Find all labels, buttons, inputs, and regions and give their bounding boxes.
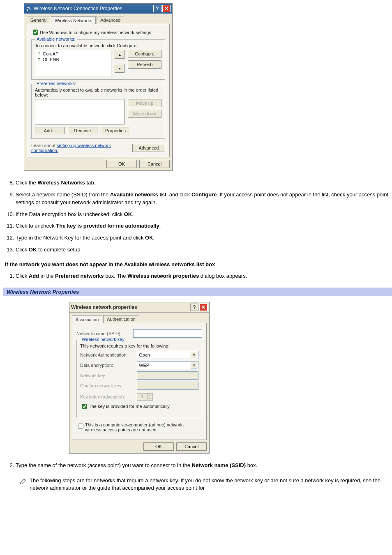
- dialog-window: Wireless Network Connection Properties ?…: [24, 3, 173, 171]
- ok-button[interactable]: OK: [106, 160, 137, 168]
- cancel-button[interactable]: Cancel: [139, 160, 170, 168]
- list-item[interactable]: CoreAP: [37, 51, 109, 57]
- antenna-icon: [37, 52, 41, 56]
- dialog-title: Wireless network properties: [71, 304, 137, 310]
- spinner-up-icon: ▴: [147, 394, 152, 397]
- use-windows-checkbox[interactable]: [33, 30, 38, 35]
- steps-list-2: Click Add in the Preferred networks box.…: [3, 272, 392, 280]
- wireless-icon: [26, 6, 32, 12]
- step-9: Select a network name (SSID) from the Av…: [16, 191, 392, 207]
- tab-advanced[interactable]: Advanced: [97, 16, 124, 24]
- learn-about: Learn about setting up wireless network …: [31, 143, 113, 153]
- net-auth-label: Network Authentication:: [80, 352, 134, 357]
- preferred-hint: Automatically connect to available netwo…: [35, 88, 161, 97]
- cancel-button[interactable]: Cancel: [176, 442, 207, 451]
- dropdown-value: WEP: [139, 363, 149, 368]
- svg-point-0: [27, 9, 28, 11]
- help-button[interactable]: ?: [153, 5, 161, 12]
- scroll-up[interactable]: ▴: [115, 50, 125, 59]
- ok-button[interactable]: OK: [143, 442, 174, 451]
- scroll-down[interactable]: ▾: [115, 64, 125, 73]
- properties-button[interactable]: Properties: [101, 127, 130, 134]
- note-block: The following steps are for networks tha…: [20, 477, 392, 493]
- available-networks-legend: Available networks:: [35, 37, 77, 41]
- tab-wireless-networks[interactable]: Wireless Networks: [51, 16, 96, 24]
- confirm-key-input: [137, 382, 198, 390]
- note-text: The following steps are for networks tha…: [30, 477, 392, 493]
- remove-button[interactable]: Remove: [68, 127, 97, 134]
- step-2: Type the name of the network (access poi…: [16, 462, 392, 470]
- tab-body: Use Windows to configure my wireless net…: [27, 24, 170, 157]
- data-enc-dropdown[interactable]: WEP ▾: [137, 361, 198, 369]
- preferred-networks-group: Preferred networks: Automatically connec…: [31, 84, 165, 139]
- available-networks-list[interactable]: CoreAP CLIENB: [35, 50, 111, 75]
- adhoc-checkbox[interactable]: [78, 424, 83, 429]
- key-index-spinner: 1 ▴▾: [137, 393, 153, 401]
- refresh-button[interactable]: Refresh: [128, 60, 161, 69]
- available-networks-group: Available networks: To connect to an ava…: [31, 39, 165, 80]
- network-key-label: Network key:: [80, 373, 134, 378]
- step-13: Click OK to complete setup.: [16, 246, 392, 254]
- steps-list-1: Click the Wireless Networks tab. Select …: [3, 179, 392, 254]
- tab-body: Network name (SSID): Wireless network ke…: [72, 323, 207, 440]
- tab-association[interactable]: Association: [72, 315, 102, 323]
- wireless-key-group: Wireless network key This network requir…: [76, 340, 202, 418]
- spinner-value: 1: [137, 394, 147, 400]
- data-enc-label: Data encryption:: [80, 363, 134, 368]
- use-windows-label: Use Windows to configure my wireless net…: [40, 30, 151, 35]
- key-auto-checkbox[interactable]: [82, 404, 87, 409]
- step-10: If the Data encryption box is unchecked,…: [16, 211, 392, 219]
- move-up-button[interactable]: Move up: [128, 99, 161, 107]
- advanced-button[interactable]: Advanced: [132, 144, 165, 152]
- key-hint: This network requires a key for the foll…: [80, 343, 198, 348]
- list-item[interactable]: CLIENB: [37, 57, 109, 62]
- close-button[interactable]: ✕: [162, 5, 171, 12]
- section-heading: If the network you want does not appear …: [5, 261, 392, 267]
- step-11: Click to uncheck The key is provided for…: [16, 222, 392, 230]
- step-8: Click the Wireless Networks tab.: [16, 179, 392, 187]
- wireless-network-properties-figure: Wireless network properties ? ✕ Associat…: [69, 302, 392, 454]
- adhoc-label: This is a computer-to-computer (ad hoc) …: [85, 422, 192, 432]
- wireless-connection-properties-figure: Wireless Network Connection Properties ?…: [24, 3, 392, 171]
- dropdown-value: Open: [139, 352, 150, 357]
- available-hint: To connect to an available network, clic…: [35, 43, 161, 48]
- move-down-button[interactable]: Move down: [128, 110, 161, 118]
- step-12: Type in the Network Key for the access p…: [16, 234, 392, 242]
- configure-button[interactable]: Configure: [128, 50, 161, 58]
- key-auto-label: The key is provided for me automatically: [89, 404, 170, 409]
- network-key-input: [137, 371, 198, 380]
- chevron-down-icon: ▾: [191, 362, 197, 368]
- net-auth-dropdown[interactable]: Open ▾: [137, 351, 198, 359]
- titlebar: Wireless network properties ? ✕: [69, 302, 209, 313]
- tab-authentication[interactable]: Authentication: [103, 315, 139, 323]
- ssid-label: Network name (SSID):: [76, 331, 130, 336]
- ssid-input[interactable]: [133, 329, 202, 338]
- dialog-window: Wireless network properties ? ✕ Associat…: [69, 302, 210, 454]
- preferred-networks-legend: Preferred networks:: [35, 81, 78, 86]
- preferred-networks-list[interactable]: [35, 99, 125, 124]
- steps-list-3: Type the name of the network (access poi…: [3, 462, 392, 470]
- tab-strip: General Wireless Networks Advanced: [27, 16, 170, 24]
- key-index-label: Key index (advanced):: [80, 394, 134, 399]
- network-name: CoreAP: [43, 51, 59, 56]
- antenna-icon: [37, 58, 41, 62]
- wireless-key-legend: Wireless network key: [80, 337, 126, 342]
- add-button[interactable]: Add...: [35, 127, 65, 134]
- step-1: Click Add in the Preferred networks box.…: [16, 272, 392, 280]
- network-name: CLIENB: [43, 57, 59, 62]
- spinner-down-icon: ▾: [147, 397, 152, 400]
- help-button[interactable]: ?: [190, 304, 198, 311]
- dialog-title: Wireless Network Connection Properties: [34, 6, 122, 12]
- pencil-note-icon: [20, 477, 27, 484]
- close-button[interactable]: ✕: [199, 304, 208, 311]
- chevron-down-icon: ▾: [191, 352, 197, 358]
- figure-caption: Wireless Network Properties: [3, 288, 392, 296]
- confirm-key-label: Confirm network key:: [80, 383, 134, 388]
- titlebar: Wireless Network Connection Properties ?…: [24, 4, 172, 14]
- tab-strip: Association Authentication: [72, 315, 207, 323]
- tab-general[interactable]: General: [27, 16, 50, 24]
